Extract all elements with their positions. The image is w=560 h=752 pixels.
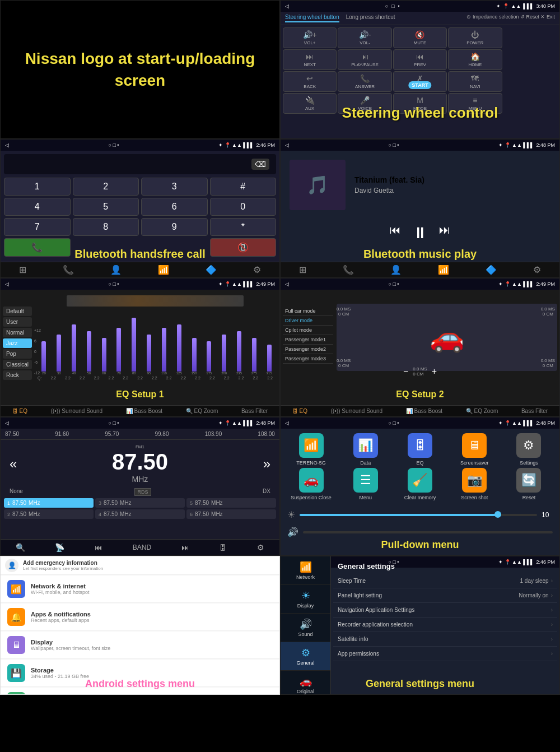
eq1-nav-eq[interactable]: 🎛 EQ [12,408,27,414]
key-2[interactable]: 2 [73,178,139,196]
radio-next-btn[interactable]: ⏭ [181,543,189,552]
radio-back[interactable]: ◁ [5,420,9,426]
eq2-nav-zoom[interactable]: 🔍 EQ Zoom [466,408,498,414]
sidebar-display[interactable]: ☀ Display [281,585,330,614]
key-hash[interactable]: # [210,178,277,196]
mode-passenger2[interactable]: Passenger mode2 [283,345,333,354]
general-row-nav[interactable]: Navigation Application Settings › [333,603,557,618]
radio-search-btn[interactable]: 🔍 [16,543,25,552]
brightness-slider[interactable] [300,514,537,516]
radio-eq-btn[interactable]: 🎛 [219,543,227,552]
btm-nav-settings[interactable]: ⚙ [533,264,541,275]
tab-steering-button[interactable]: Steering wheel button [285,14,339,22]
preset-pop[interactable]: Pop [3,349,32,359]
back-icon[interactable]: ◁ [285,3,289,9]
scan-back-btn[interactable]: « [10,456,17,472]
key-star[interactable]: * [210,218,277,236]
preset-user[interactable]: User [3,317,32,327]
pulldown-suspension[interactable]: 🚗 Suspension Close [285,468,337,500]
radio-prev-btn[interactable]: ⏮ [95,543,102,552]
tab-long-press[interactable]: Long press shortcut [346,14,395,22]
preset-2[interactable]: 2 87.50 MHz [4,509,94,519]
general-row-recorder[interactable]: Recorder application selection › [333,618,557,632]
btm-nav-phone[interactable]: 📞 [343,264,354,275]
mode-cpilot[interactable]: Cpilot mode [283,326,333,335]
sidebar-sound[interactable]: 🔊 Sound [281,614,330,642]
btcall-back[interactable]: ◁ [5,142,9,148]
btm-nav-bt[interactable]: 📶 [438,264,449,275]
key-0[interactable]: 0 [210,198,277,216]
key-8[interactable]: 8 [73,218,139,236]
preset-3[interactable]: 3 87.50 MHz [95,498,185,508]
preset-6[interactable]: 6 87.50 MHz [186,509,276,519]
pulldown-settings[interactable]: ⚙ Settings [503,433,555,466]
btm-nav-apps[interactable]: ⊞ [299,264,306,275]
eq1-back[interactable]: ◁ [5,281,9,287]
preset-5[interactable]: 5 87.50 MHz [186,498,276,508]
nav-bt2[interactable]: 🔷 [206,264,217,275]
sidebar-network[interactable]: 📶 Network [281,556,330,585]
nav-settings[interactable]: ⚙ [253,264,261,275]
play-pause-btn[interactable]: ⏯PLAY/PAUSE [338,49,391,70]
pulldown-eq[interactable]: 🎛 EQ [394,433,446,466]
eq1-nav-filter[interactable]: Bass Filter [241,408,268,414]
eq2-nav-surround[interactable]: ((•)) Surround Sound [331,408,382,414]
preset-normal[interactable]: Normal [3,328,32,337]
radio-scan-btn[interactable]: 📡 [55,543,64,552]
vol-minus-btn[interactable]: 🔊-VOL- [338,27,391,48]
preset-rock[interactable]: Rock [3,370,32,380]
mode-passenger3[interactable]: Passenger mode3 [283,354,333,364]
eq1-nav-surround[interactable]: ((•)) Surround Sound [51,408,102,414]
vol-plus-btn[interactable]: 🔊+VOL+ [283,27,337,48]
general-row-appperm[interactable]: App permissions › [333,647,557,661]
general-row-sleep[interactable]: Sleep Time 1 day sleep › [333,574,557,588]
general-row-panel[interactable]: Panel light setting Normally on › [333,588,557,603]
pulldown-clearmem[interactable]: 🧹 Clear memory [394,468,446,500]
eq2-nav-filter[interactable]: Bass Filter [521,408,548,414]
minus-btn[interactable]: − [403,366,408,377]
general-row-satellite[interactable]: Satellite info › [333,632,557,647]
radio-settings-btn[interactable]: ⚙ [257,543,264,552]
preset-1[interactable]: 1 87.50 MHz [4,498,94,508]
next-track-btn[interactable]: ⏭ [439,224,450,242]
btm-nav-contact[interactable]: 👤 [390,264,402,275]
volume-slider[interactable] [303,531,553,533]
next-btn[interactable]: ⏭NEXT [283,49,337,70]
home-btn[interactable]: 🏠HOME [448,49,502,70]
key-4[interactable]: 4 [4,198,71,216]
mode-passenger1[interactable]: Passenger mode1 [283,335,333,345]
key-1[interactable]: 1 [4,178,71,196]
key-3[interactable]: 3 [141,178,208,196]
nav-bt[interactable]: 📶 [158,264,169,275]
android-apps-item[interactable]: 🔔 Apps & notifications Recent apps, defa… [1,604,279,631]
preset-jazz[interactable]: Jazz [3,338,32,348]
mode-fullcar[interactable]: Full car mode [283,307,333,316]
radio-band-btn[interactable]: BAND [133,544,151,551]
plus-btn[interactable]: + [432,366,437,377]
pulldown-wifi[interactable]: 📶 TERENO-5G [285,433,337,466]
power-btn[interactable]: ⏻POWER [448,27,502,48]
android-network-item[interactable]: 📶 Network & internet Wi-Fi, mobile, and … [1,575,279,603]
key-5[interactable]: 5 [73,198,139,216]
prev-btn[interactable]: ⏮PREV [393,49,447,70]
answer-btn[interactable]: 📞ANSWER [338,71,391,92]
preset-default[interactable]: Default [3,307,32,316]
eq2-nav-eq[interactable]: 🎛 EQ [292,408,307,414]
key-7[interactable]: 7 [4,218,71,236]
back-btn[interactable]: ↩BACK [283,71,337,92]
preset-4[interactable]: 4 87.50 MHz [95,509,185,519]
pulldown-reset[interactable]: 🔄 Reset [503,468,555,500]
scan-fwd-btn[interactable]: » [263,456,270,472]
eq1-nav-bass[interactable]: 📊 Bass Boost [126,408,162,414]
pulldown-screenshot[interactable]: 📷 Screen shot [449,468,501,500]
eq2-back[interactable]: ◁ [285,281,289,287]
nav-contacts[interactable]: 👤 [110,264,122,275]
preset-classical[interactable]: Classical [3,360,32,369]
navi-btn[interactable]: 🗺NAVI [448,71,502,92]
key-9[interactable]: 9 [141,218,208,236]
sidebar-general[interactable]: ⚙ General [281,642,330,671]
pulldown-data[interactable]: 📊 Data [339,433,391,466]
mute-btn[interactable]: 🔇MUTE [393,27,447,48]
eq1-nav-zoom[interactable]: 🔍 EQ Zoom [186,408,218,414]
play-pause-music-btn[interactable]: ⏸ [412,224,428,242]
